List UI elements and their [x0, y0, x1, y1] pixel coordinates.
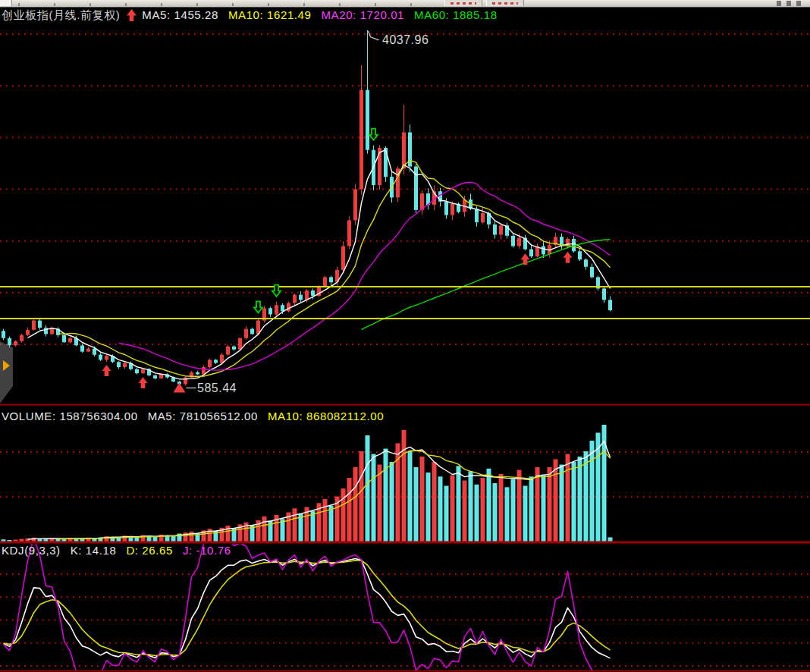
up-arrow-icon [127, 9, 137, 21]
volume-ma5-value: MA5: 781056512.00 [148, 409, 258, 423]
low-price-label: 585.44 [197, 382, 237, 395]
kdj-panel-header: KDJ(9,3,3) K: 14.18 D: 26.65 J: -10.76 [2, 543, 231, 557]
kdj-j-value: J: -10.76 [183, 543, 231, 557]
high-price-label: 4037.96 [382, 33, 429, 47]
volume-ma10-value: MA10: 868082112.00 [268, 409, 384, 423]
volume-panel-header: VOLUME: 158756304.00 MA5: 781056512.00 M… [2, 409, 384, 423]
ma5-value: MA5: 1455.28 [142, 8, 218, 22]
chart-canvas[interactable] [0, 0, 810, 672]
kdj-label: KDJ(9,3,3) [2, 543, 61, 557]
kdj-k-value: K: 14.18 [71, 543, 117, 557]
ma10-value: MA10: 1621.49 [228, 8, 312, 22]
ma20-value: MA20: 1720.01 [322, 8, 405, 22]
instrument-title: 创业板指(月线.前复权) [2, 8, 120, 22]
volume-value: VOLUME: 158756304.00 [2, 409, 138, 423]
ma60-value: MA60: 1885.18 [414, 8, 498, 22]
trading-app-window: 创业板指(月线.前复权) MA5: 1455.28 MA10: 1621.49 … [0, 0, 810, 672]
expand-arrow-icon [3, 360, 10, 371]
price-panel-header: 创业板指(月线.前复权) MA5: 1455.28 MA10: 1621.49 … [2, 8, 498, 22]
kdj-d-value: D: 26.65 [126, 543, 173, 557]
